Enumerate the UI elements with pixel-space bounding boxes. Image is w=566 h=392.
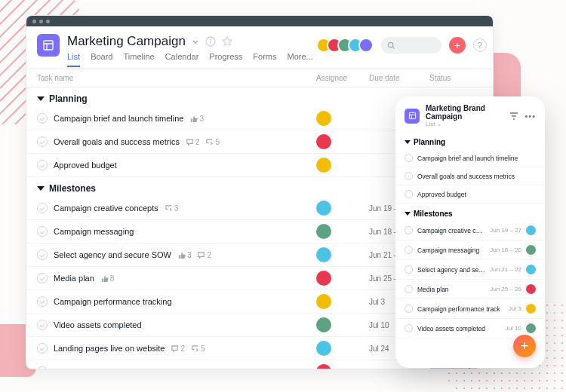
sub-icon: 5 <box>191 345 205 353</box>
complete-checkbox[interactable] <box>405 246 413 254</box>
sub-icon: 5 <box>205 138 220 146</box>
help-button[interactable]: ? <box>473 38 487 52</box>
complete-checkbox[interactable] <box>405 226 413 234</box>
assignee-avatar <box>526 323 536 333</box>
add-button[interactable]: + <box>449 37 466 54</box>
more-icon[interactable]: ••• <box>524 112 536 121</box>
complete-checkbox[interactable] <box>405 265 413 274</box>
filter-icon[interactable] <box>509 112 518 121</box>
tab-progress[interactable]: Progress <box>209 52 242 67</box>
task-name: Media plan <box>417 286 485 293</box>
svg-point-2 <box>210 39 211 41</box>
assignee-avatar[interactable] <box>316 317 331 332</box>
mobile-section-milestones[interactable]: Milestones <box>395 204 545 221</box>
assignee-avatar[interactable] <box>316 224 331 239</box>
due-date: Jun 19 – 27 <box>490 227 521 234</box>
comment-icon: 2 <box>197 251 211 259</box>
project-icon <box>405 109 420 124</box>
assignee-avatar[interactable] <box>316 247 331 262</box>
dropdown-icon[interactable] <box>192 38 199 45</box>
tab-calendar[interactable]: Calendar <box>165 52 199 67</box>
task-name: Campaign launch! <box>54 367 121 369</box>
section-label: Milestones <box>49 183 96 194</box>
section-label: Planning <box>49 93 88 104</box>
complete-checkbox[interactable] <box>37 343 48 354</box>
complete-checkbox[interactable] <box>405 190 413 198</box>
complete-checkbox[interactable] <box>405 305 413 313</box>
complete-checkbox[interactable] <box>37 113 48 124</box>
complete-checkbox[interactable] <box>405 324 413 332</box>
sub-icon: 3 <box>165 204 179 213</box>
tab-board[interactable]: Board <box>91 52 112 67</box>
comment-icon: 2 <box>171 345 185 353</box>
mobile-add-button[interactable]: + <box>513 335 536 357</box>
complete-checkbox[interactable] <box>405 285 413 293</box>
complete-checkbox[interactable] <box>37 296 48 307</box>
svg-rect-5 <box>409 112 415 118</box>
assignee-avatar[interactable] <box>316 158 331 173</box>
due-date: Jul 10 <box>506 325 521 332</box>
window-titlebar <box>26 16 493 26</box>
star-icon[interactable] <box>222 36 232 47</box>
svg-point-4 <box>388 42 392 47</box>
col-due-date: Due date <box>369 74 429 82</box>
mobile-task-row[interactable]: Select agency and secu Jun 21 – 22 <box>395 260 545 280</box>
avatar[interactable] <box>358 38 374 53</box>
like-icon: 3 <box>177 251 192 259</box>
mobile-section-planning[interactable]: Planning <box>395 132 545 149</box>
assignee-avatar[interactable] <box>316 201 331 216</box>
complete-checkbox[interactable] <box>405 172 413 180</box>
like-icon: 8 <box>100 274 115 283</box>
task-name: Campaign messaging <box>417 247 485 254</box>
task-name: Campaign performance tracking <box>54 297 172 306</box>
mobile-task-row[interactable]: Media plan Jun 25 – 26 <box>395 280 545 299</box>
assignee-avatar <box>526 304 536 314</box>
complete-checkbox[interactable] <box>37 273 48 283</box>
complete-checkbox[interactable] <box>37 366 48 369</box>
col-status: Status <box>429 74 482 82</box>
chevron-down-icon <box>405 140 411 144</box>
task-name: Campaign creative conc <box>417 227 485 234</box>
like-icon: 8 <box>127 368 141 370</box>
search-input[interactable] <box>381 37 441 54</box>
mobile-task-row[interactable]: Campaign creative conc Jun 19 – 27 <box>395 221 545 240</box>
tab-list[interactable]: List <box>67 52 80 67</box>
assignee-avatar[interactable] <box>316 294 331 309</box>
complete-checkbox[interactable] <box>37 136 48 147</box>
comment-icon: 2 <box>186 138 200 146</box>
task-name: Campaign messaging <box>54 227 134 236</box>
task-name: Overall goals and success metrics <box>417 173 536 180</box>
due-date: Jun 21 – 22 <box>490 266 521 273</box>
complete-checkbox[interactable] <box>37 203 48 213</box>
mobile-title: Marketing Brand Campaign <box>426 104 503 121</box>
mobile-task-row[interactable]: Overall goals and success metrics <box>395 167 545 185</box>
assignee-avatar[interactable] <box>316 134 331 149</box>
member-avatars[interactable] <box>321 38 374 53</box>
assignee-avatar[interactable] <box>316 111 331 126</box>
assignee-avatar[interactable] <box>316 364 331 369</box>
mobile-task-row[interactable]: Campaign brief and launch timeline <box>395 149 545 167</box>
mobile-task-row[interactable]: Approved budget <box>395 185 545 204</box>
assignee-avatar[interactable] <box>316 341 331 356</box>
tab-timeline[interactable]: Timeline <box>123 52 154 67</box>
task-name: Campaign brief and launch timeline <box>54 114 183 123</box>
complete-checkbox[interactable] <box>37 160 48 170</box>
complete-checkbox[interactable] <box>37 320 48 330</box>
chevron-down-icon <box>37 186 45 191</box>
task-name: Overall goals and success metrics <box>54 137 180 146</box>
info-icon[interactable] <box>205 36 216 47</box>
assignee-avatar[interactable] <box>316 271 331 286</box>
svg-rect-0 <box>44 41 53 50</box>
column-headers: Task name Assignee Due date Status <box>26 69 493 87</box>
mobile-task-row[interactable]: Campaign performance track Jul 3 <box>395 299 545 319</box>
task-name: Media plan <box>54 274 94 283</box>
complete-checkbox[interactable] <box>405 154 413 162</box>
tab-more[interactable]: More... <box>288 52 313 67</box>
tab-forms[interactable]: Forms <box>253 52 276 67</box>
mobile-task-row[interactable]: Campaign messaging Jun 18 – 20 <box>395 240 545 260</box>
complete-checkbox[interactable] <box>37 226 48 237</box>
assignee-avatar <box>526 225 536 235</box>
complete-checkbox[interactable] <box>37 250 48 260</box>
task-name: Landing pages live on website <box>54 344 165 353</box>
task-name: Approved budget <box>417 191 536 198</box>
